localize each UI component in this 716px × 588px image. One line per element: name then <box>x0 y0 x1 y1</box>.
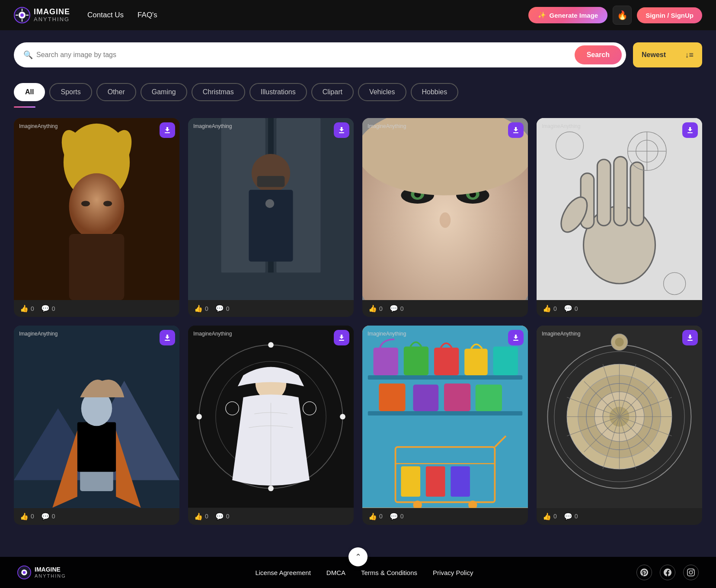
svg-rect-15 <box>165 132 170 133</box>
sort-box[interactable]: Newest ↓≡ <box>633 42 702 67</box>
instagram-icon <box>687 569 695 576</box>
comment-icon: 💬 <box>564 512 572 521</box>
tab-gaming[interactable]: Gaming <box>141 83 187 101</box>
svg-rect-87 <box>451 467 470 497</box>
card-footer: 👍 0 💬 0 <box>537 508 702 525</box>
card-comments: 💬 0 <box>390 304 404 313</box>
search-icon: 🔍 <box>23 50 33 60</box>
card-comments: 💬 0 <box>390 512 404 521</box>
card-download-button[interactable] <box>334 122 349 138</box>
fire-icon: 🔥 <box>617 10 628 20</box>
card-download-button[interactable] <box>682 330 698 345</box>
footer-terms[interactable]: Terms & Conditions <box>361 569 417 576</box>
nav-contact[interactable]: Contact Us <box>87 11 124 19</box>
tab-vehicles[interactable]: Vehicles <box>358 83 406 101</box>
svg-rect-74 <box>374 348 398 375</box>
signin-button[interactable]: Signin / SignUp <box>637 7 702 23</box>
image-card[interactable]: ImagineAnything 👍 0 💬 0 <box>362 326 528 524</box>
footer-logo-imagine: IMAGINE <box>35 566 66 573</box>
svg-point-13 <box>103 201 112 206</box>
svg-rect-91 <box>513 340 518 341</box>
svg-point-62 <box>268 486 274 492</box>
card-image <box>362 118 528 300</box>
svg-rect-54 <box>77 422 116 472</box>
generate-button[interactable]: ✨ Generate Image <box>528 7 608 23</box>
card-download-button[interactable] <box>508 122 524 138</box>
download-icon <box>338 126 345 134</box>
footer-license[interactable]: License Agreement <box>255 569 310 576</box>
like-icon: 👍 <box>20 304 29 313</box>
card-likes: 👍 0 <box>194 304 208 313</box>
image-card[interactable]: ImagineAnything 👍 0 💬 0 <box>537 326 702 524</box>
footer-dmca[interactable]: DMCA <box>326 569 345 576</box>
card-download-button[interactable] <box>682 122 698 138</box>
search-input[interactable] <box>36 51 575 59</box>
card-comments: 💬 0 <box>564 304 578 313</box>
svg-rect-72 <box>368 411 522 415</box>
svg-rect-80 <box>413 385 438 411</box>
pinterest-button[interactable] <box>636 565 652 580</box>
card-download-button[interactable] <box>160 122 175 138</box>
svg-rect-39 <box>597 160 611 226</box>
card-download-button[interactable] <box>508 330 524 345</box>
image-card[interactable]: ImagineAnything 👍 0 💬 0 <box>362 118 528 317</box>
pinterest-icon <box>640 569 648 576</box>
image-card[interactable]: ImagineAnything 👍 0 💬 0 <box>188 118 354 317</box>
svg-rect-79 <box>379 383 405 411</box>
scroll-top-button[interactable]: ⌃ <box>348 547 368 566</box>
image-card[interactable]: ImagineAnything 👍 0 💬 0 <box>14 118 179 317</box>
card-label: ImagineAnything <box>542 331 580 337</box>
generate-icon: ✨ <box>538 11 546 19</box>
svg-rect-57 <box>165 340 170 341</box>
card-image <box>362 326 528 508</box>
card-likes: 👍 0 <box>368 512 383 521</box>
search-button[interactable]: Search <box>575 45 622 64</box>
tab-illustrations[interactable]: Illustrations <box>249 83 307 101</box>
comment-icon: 💬 <box>390 304 398 313</box>
svg-rect-49 <box>687 132 693 133</box>
comment-icon: 💬 <box>215 512 224 521</box>
image-card[interactable]: ImagineAnything 👍 0 💬 0 <box>14 326 179 524</box>
card-likes: 👍 0 <box>543 512 557 521</box>
svg-rect-41 <box>630 162 644 226</box>
tab-hobbies[interactable]: Hobbies <box>411 83 459 101</box>
footer-social <box>636 565 699 580</box>
tab-christmas[interactable]: Christmas <box>192 83 245 101</box>
tab-clipart[interactable]: Clipart <box>311 83 354 101</box>
footer: ⌃ IMAGINE ANYTHING License Agreement DMC… <box>0 557 716 588</box>
logo-icon <box>14 7 30 23</box>
nav-faq[interactable]: FAQ's <box>137 11 157 19</box>
image-card[interactable]: ImagineAnything 👍 0 💬 0 <box>188 326 354 524</box>
nav-right: ✨ Generate Image 🔥 Signin / SignUp <box>528 6 702 25</box>
download-icon <box>163 334 171 342</box>
footer-privacy[interactable]: Privacy Policy <box>433 569 473 576</box>
category-tabs: All Sports Other Gaming Christmas Illust… <box>14 83 702 106</box>
comment-icon: 💬 <box>215 304 224 313</box>
tab-all[interactable]: All <box>14 83 45 101</box>
card-download-button[interactable] <box>334 330 349 345</box>
card-image <box>188 326 354 508</box>
logo-text: IMAGINE ANYTHING <box>34 8 70 22</box>
svg-rect-40 <box>614 157 627 226</box>
instagram-button[interactable] <box>683 565 699 580</box>
svg-rect-111 <box>687 340 693 341</box>
card-download-button[interactable] <box>160 330 175 345</box>
image-grid-section: ImagineAnything 👍 0 💬 0 <box>0 108 716 535</box>
svg-rect-85 <box>401 467 420 497</box>
download-icon <box>163 126 171 134</box>
fire-button[interactable]: 🔥 <box>613 6 632 25</box>
logo[interactable]: IMAGINE ANYTHING <box>14 7 70 23</box>
download-icon <box>686 126 694 134</box>
svg-rect-14 <box>69 234 125 300</box>
svg-point-23 <box>265 199 274 208</box>
like-icon: 👍 <box>543 512 551 521</box>
svg-point-34 <box>440 212 451 228</box>
card-comments: 💬 0 <box>41 512 55 521</box>
svg-point-61 <box>268 342 274 348</box>
image-card[interactable]: ImagineAnything 👍 0 💬 0 <box>537 118 702 317</box>
card-likes: 👍 0 <box>543 304 557 313</box>
tab-other[interactable]: Other <box>96 83 136 101</box>
tab-sports[interactable]: Sports <box>49 83 92 101</box>
card-label: ImagineAnything <box>193 123 232 129</box>
facebook-button[interactable] <box>660 565 675 580</box>
